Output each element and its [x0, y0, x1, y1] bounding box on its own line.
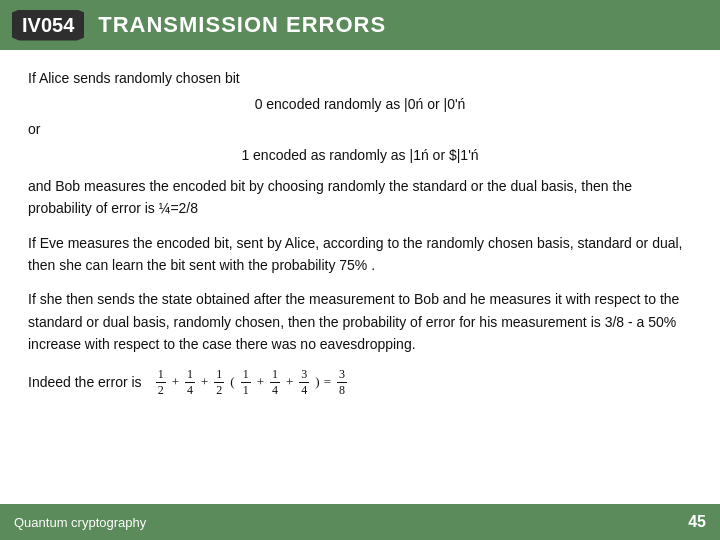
frac-3: 1 2 — [214, 367, 224, 397]
footer-label: Quantum cryptography — [14, 515, 146, 530]
intro-text: If Alice sends randomly chosen bit — [28, 68, 692, 90]
indeed-label: Indeed the error is — [28, 372, 142, 394]
frac-2: 1 4 — [185, 367, 195, 397]
slide-id-badge: IV054 — [12, 10, 84, 41]
paragraph2: If Eve measures the encoded bit, sent by… — [28, 232, 692, 277]
encoded-1-line: 1 encoded as randomly as |1ń or $|1'ń — [28, 145, 692, 167]
frac-4: 1 1 — [241, 367, 251, 397]
paragraph3: If she then sends the state obtained aft… — [28, 288, 692, 355]
frac-5: 1 4 — [270, 367, 280, 397]
encoded-0-line: 0 encoded randomly as |0ń or |0'ń — [255, 94, 466, 116]
header: IV054 TRANSMISSION ERRORS — [0, 0, 720, 50]
formula: 1 2 + 1 4 + 1 2 ( 1 1 + — [154, 367, 349, 397]
slide-content: If Alice sends randomly chosen bit 0 enc… — [0, 50, 720, 504]
paragraph1: and Bob measures the encoded bit by choo… — [28, 175, 692, 220]
footer-page-number: 45 — [688, 513, 706, 531]
frac-6: 3 4 — [299, 367, 309, 397]
footer: Quantum cryptography 45 — [0, 504, 720, 540]
frac-result: 3 8 — [337, 367, 347, 397]
encoded-lines: 0 encoded randomly as |0ń or |0'ń — [28, 94, 692, 116]
slide-container: IV054 TRANSMISSION ERRORS If Alice sends… — [0, 0, 720, 540]
formula-area: Indeed the error is 1 2 + 1 4 + 1 2 ( — [28, 367, 692, 397]
frac-1: 1 2 — [156, 367, 166, 397]
or-text: or — [28, 119, 692, 141]
slide-title: TRANSMISSION ERRORS — [98, 12, 386, 38]
